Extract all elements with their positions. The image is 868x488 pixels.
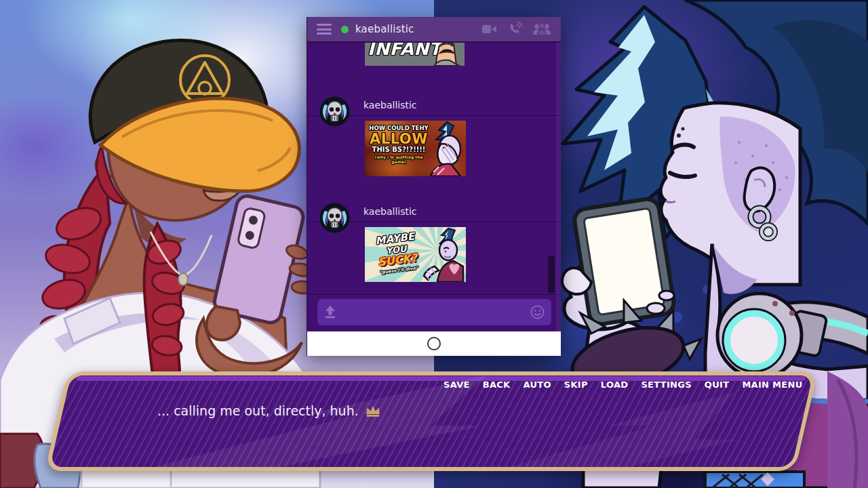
- auto-button[interactable]: AUTO: [523, 380, 551, 390]
- meme-attachment-allow[interactable]: HOW COULD TEHY ALLOW THIS BS?!?!!!! (why…: [365, 121, 466, 176]
- chat-title: kaeballistic: [355, 23, 414, 35]
- chat-message-list[interactable]: INFANT: [307, 43, 561, 331]
- chat-window: INFANT: [307, 17, 561, 356]
- video-call-icon[interactable]: [481, 22, 498, 36]
- voice-call-icon[interactable]: [507, 21, 524, 37]
- dialogue-text: ... calling me out, directly, huh.: [157, 403, 359, 418]
- meme-attachment-suck[interactable]: MAYBE YOU SUCK? "guess I'll dive": [365, 227, 466, 282]
- load-button[interactable]: LOAD: [601, 380, 629, 390]
- skull-avatar[interactable]: [319, 96, 350, 127]
- skip-button[interactable]: SKIP: [564, 380, 588, 390]
- meme-attachment-infant[interactable]: INFANT: [365, 43, 465, 66]
- game-screen: INFANT: [0, 0, 868, 488]
- phone-home-bar: [307, 331, 561, 356]
- members-icon[interactable]: [532, 22, 551, 36]
- main-menu-button[interactable]: MAIN MENU: [742, 380, 802, 390]
- emoji-icon[interactable]: [530, 304, 545, 320]
- message-author: kaeballistic: [363, 100, 417, 110]
- upload-icon[interactable]: [323, 304, 338, 319]
- hamburger-menu-icon[interactable]: [317, 24, 332, 35]
- message-author: kaeballistic: [363, 206, 417, 217]
- meme-text-block: HOW COULD TEHY ALLOW THIS BS?!?!!!! (why…: [368, 125, 430, 164]
- chat-header: kaeballistic: [307, 17, 561, 43]
- message-divider: [307, 294, 561, 295]
- meme-text-block: MAYBE YOU SUCK? "guess I'll dive": [365, 230, 429, 277]
- chat-scroll-gutter: [556, 43, 561, 331]
- quit-button[interactable]: QUIT: [705, 380, 730, 390]
- skull-avatar[interactable]: [319, 203, 350, 233]
- save-button[interactable]: SAVE: [443, 380, 470, 390]
- message-input[interactable]: [317, 299, 551, 325]
- back-button[interactable]: BACK: [483, 380, 511, 390]
- facepalm-character-graphic: [427, 121, 466, 176]
- crying-face-graphic: [429, 43, 465, 66]
- home-button[interactable]: [427, 337, 441, 350]
- online-status-dot: [341, 26, 349, 33]
- chat-scrollbar-thumb[interactable]: [548, 256, 555, 293]
- quick-menu: SAVE BACK AUTO SKIP LOAD SETTINGS QUIT M…: [443, 380, 803, 390]
- dialogue-line: ... calling me out, directly, huh.: [157, 403, 381, 418]
- settings-button[interactable]: SETTINGS: [641, 380, 691, 390]
- shrugging-character-graphic: [421, 227, 466, 282]
- crown-icon: [365, 405, 381, 418]
